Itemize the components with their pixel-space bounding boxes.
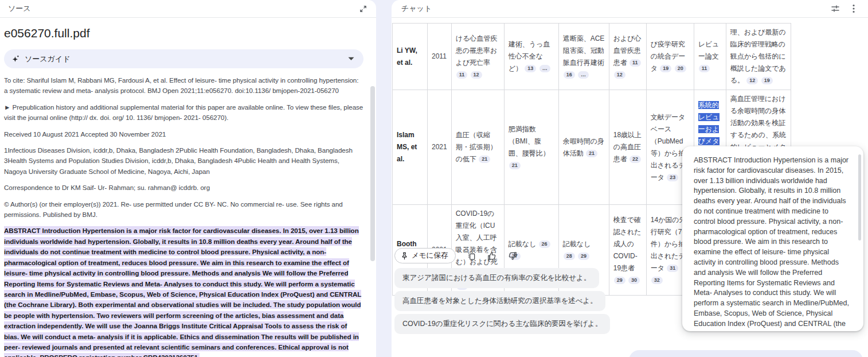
cell-text: 記載なし [563, 240, 591, 248]
source-panel-header: ソース [0, 0, 376, 18]
cell-author: Li YW, et al. [393, 24, 428, 90]
cell-text: 14か国の先行研究（76件）から抽出されたデータ [651, 216, 686, 272]
citation-chip[interactable]: 16 [564, 71, 575, 79]
cell-content: 建術、うっ血性心不全など） 13 … [504, 24, 558, 90]
cell-text: ける心血管疾患の罹患率および死亡率 [456, 34, 498, 67]
source-scrollbar-thumb[interactable] [370, 86, 375, 261]
citation-chip[interactable]: 28 [564, 253, 575, 260]
document-paragraph-2: Received 10 August 2021 Accepted 30 Nove… [4, 129, 363, 139]
citation-chip[interactable]: 19 [761, 77, 773, 84]
citation-chip[interactable]: 26 [539, 240, 550, 248]
cell-content: 血圧（収縮期・拡張期）の低下 21 [451, 90, 504, 205]
cell-content: 肥満指数（BMI、腹囲、腰臀比） 21 [504, 90, 558, 205]
cell-text: 遮断薬、ACE阻害薬、冠動脈血行再建術 [563, 34, 605, 67]
chat-panel-header: チャット [392, 0, 868, 18]
citation-chip[interactable]: 29 [578, 253, 589, 260]
popup-scrollbar-thumb[interactable] [858, 154, 861, 240]
chat-panel-title: チャット [401, 3, 432, 14]
cell-content: 検査で確認された成人のCOVID-19患者 29 30 [609, 205, 646, 296]
source-guide-button[interactable]: ソースガイド [4, 49, 363, 68]
message-action-bar: メモに保存 [394, 248, 518, 263]
citation-chip[interactable]: 12 [471, 71, 482, 79]
citation-chip[interactable]: … [578, 71, 589, 79]
cell-text: 理、および最新の臨床的管理戦略の観点から包括的に概説した論文である。 [730, 28, 786, 84]
save-to-note-label: メモに保存 [412, 251, 448, 261]
citation-chip[interactable]: 30 [628, 277, 640, 284]
citation-chip[interactable]: 20 [675, 65, 686, 72]
copy-icon[interactable] [466, 251, 476, 261]
document-paragraph-0: To cite: Shariful Islam M, Rabbani MG, F… [4, 75, 363, 96]
save-to-note-button[interactable]: メモに保存 [394, 248, 456, 263]
citation-chip[interactable]: 11 [456, 71, 468, 79]
citation-chip[interactable]: 32 [651, 277, 663, 284]
citation-chip[interactable]: … [539, 65, 550, 72]
table-row: Li YW, et al.2011ける心血管疾患の罹患率および死亡率 11 12… [393, 24, 791, 90]
document-paragraph-3: 1Infectious Diseases Division, icddr,b, … [4, 145, 363, 177]
expand-panel-icon[interactable] [358, 3, 368, 14]
suggested-question-2[interactable]: COVID-19の重症化リスクに関わる主な臨床的要因を挙げよ。 [394, 314, 610, 334]
citation-chip[interactable]: 19 [660, 65, 671, 72]
citation-chip[interactable]: 23 [667, 174, 678, 181]
cell-content: 遮断薬、ACE阻害薬、冠動脈血行再建術 16 … [558, 24, 609, 90]
citation-chip[interactable]: 11 [699, 65, 710, 72]
cell-content: および心血管疾患患者 11 12 [609, 24, 646, 90]
citation-chip[interactable]: 21 [479, 156, 490, 163]
document-paragraph-4: Correspondence to Dr KM Saif- Ur- Rahman… [4, 183, 363, 193]
tune-icon[interactable] [830, 3, 840, 14]
cell-text: 肥満指数（BMI、腹囲、腰臀比） [509, 125, 550, 157]
cell-text: 検査で確認された成人のCOVID-19患者 [613, 216, 642, 272]
pushpin-icon [401, 252, 408, 260]
cell-author: Islam MS, et al. [393, 90, 428, 205]
document-title: e056270.full.pdf [4, 26, 363, 40]
cell-text: 血圧（収縮期・拡張期）の低下 [456, 131, 497, 163]
user-message-bubble [629, 350, 863, 357]
suggested-question-0[interactable]: 東アジア諸国における高血圧の有病率の変化を比較せよ。 [394, 268, 599, 288]
cell-content: 理、および最新の臨床的管理戦略の観点から包括的に概説した論文である。 12 19 [726, 24, 791, 90]
source-guide-label: ソースガイド [25, 54, 71, 64]
citation-chip[interactable]: 12 [746, 77, 758, 84]
citation-chip[interactable]: 12 [614, 71, 625, 79]
cell-content: 余暇時間の身体活動 21 [558, 90, 609, 205]
cell-text: レビュー論文 [698, 40, 720, 60]
thumbs-up-icon[interactable] [487, 251, 497, 261]
source-panel: ソース e056270.full.pdf ソースガイド [0, 0, 376, 357]
citation-chip[interactable]: 13 [525, 65, 536, 72]
chevron-down-icon [348, 57, 354, 61]
cell-content: レビュー論文 11 [694, 24, 726, 90]
cell-text: 文献データベース（PubMed等）から抽出されるデータ [651, 113, 686, 181]
suggested-questions: 東アジア諸国における高血圧の有病率の変化を比較せよ。高血圧患者を対象とした身体活… [394, 268, 610, 337]
citation-chip[interactable]: 11 [630, 59, 641, 67]
cell-content: ける心血管疾患の罹患率および死亡率 11 12 [451, 24, 504, 90]
citation-popup-text: ABSTRACT Introduction Hypertension is a … [694, 156, 849, 331]
citation-chip[interactable]: 22 [630, 156, 641, 163]
cell-text: 余暇時間の身体活動 [563, 137, 604, 157]
sparkle-icon [11, 54, 20, 64]
thumbs-down-icon[interactable] [507, 251, 518, 261]
cell-text: 記載なし [509, 240, 538, 248]
document-body: To cite: Shariful Islam M, Rabbani MG, F… [4, 75, 363, 357]
document-abstract[interactable]: ABSTRACT Introduction Hypertension is a … [4, 226, 363, 357]
citation-chip[interactable]: 31 [667, 265, 678, 272]
cell-content: び疫学研究の統合データ 19 20 [646, 24, 694, 90]
source-panel-title: ソース [8, 3, 31, 14]
citation-chip[interactable]: 29 [614, 277, 625, 284]
cell-year: 2011 [428, 24, 452, 90]
citation-chip[interactable]: 21 [509, 162, 521, 169]
cell-year: 2021 [428, 90, 452, 205]
citation-chip[interactable]: 21 [586, 150, 597, 157]
chat-panel: チャット Li YW, et al.2011ける心血管疾患の罹患率および死亡率 … [392, 0, 868, 357]
document-paragraph-1: ► Prepublication history and additional … [4, 102, 363, 123]
cell-content: 18歳以上の高血圧患者 22 [609, 90, 646, 205]
document-paragraph-5: © Author(s) (or their employer(s)) 2021.… [4, 199, 363, 220]
more-menu-icon[interactable] [849, 3, 859, 14]
suggested-question-1[interactable]: 高血圧患者を対象とした身体活動研究の選択基準を述べよ。 [394, 291, 605, 311]
citation-popup[interactable]: ABSTRACT Introduction Hypertension is a … [682, 146, 863, 331]
